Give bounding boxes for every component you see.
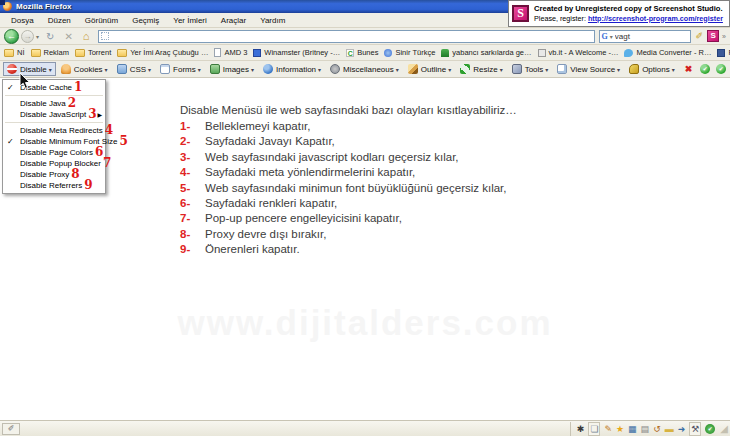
globe-icon — [384, 49, 392, 57]
dropdown-caret-icon: ▾ — [396, 66, 399, 73]
web-developer-toolbar: Disable ▾ Cookies ▾ CSS ▾ Forms ▾ Images… — [0, 61, 730, 78]
tools-icon[interactable]: ⚒ — [689, 422, 701, 436]
go-arrow-icon[interactable]: ➜ — [678, 423, 686, 435]
webdev-outline-button[interactable]: Outline ▾ — [404, 62, 455, 76]
bookmark-winamster[interactable]: Winamster (Britney -… — [253, 48, 340, 57]
menu-yardim[interactable]: Yardım — [253, 14, 292, 27]
webdev-view-source-button[interactable]: View Source ▾ — [553, 62, 624, 76]
bookmark-folder-ni[interactable]: Nİ — [4, 48, 25, 57]
bookmark-amd[interactable]: AMD 3 — [214, 48, 247, 57]
document-icon[interactable]: ❏ — [588, 422, 600, 436]
dropdown-caret-icon: ▾ — [500, 66, 503, 73]
address-bar[interactable] — [98, 30, 594, 43]
ok-check-icon[interactable]: ✔ — [705, 424, 715, 434]
search-box[interactable]: G ▾ — [599, 30, 691, 43]
banner-title: Created by Unregistered copy of Screensh… — [534, 4, 723, 14]
home-button[interactable]: ⌂ — [83, 30, 90, 42]
history-dropdown-icon[interactable]: ▾ — [36, 33, 39, 40]
dropdown-caret-icon: ▾ — [198, 66, 201, 73]
window-title: Mozilla Firefox — [16, 2, 72, 11]
disable-icon — [7, 64, 17, 74]
webdev-css-button[interactable]: CSS ▾ — [113, 62, 155, 76]
webdev-images-button[interactable]: Images ▾ — [206, 62, 258, 76]
resize-grip-icon[interactable]: ◢ — [720, 423, 728, 434]
menu-separator — [5, 95, 103, 96]
webdev-tools-button[interactable]: Tools ▾ — [508, 62, 553, 76]
menu-araclar[interactable]: Araçlar — [214, 14, 253, 27]
stop-button[interactable]: ✕ — [64, 31, 72, 42]
screenshot-studio-toolbar-icon[interactable]: S — [707, 30, 719, 42]
bookmark-facebook[interactable]: Facebook | — [717, 48, 730, 57]
star-icon[interactable]: ★ — [616, 423, 624, 435]
list-item: 8-Proxy devre dışı bırakır, — [180, 227, 517, 242]
menu-dosya[interactable]: Dosya — [4, 14, 41, 27]
menu-item-disable-meta-redirects[interactable]: Disable Meta Redirects4 — [3, 125, 105, 136]
bookmark-yabanci[interactable]: yabancı sarkılarda ge… — [441, 48, 531, 57]
save-icon[interactable]: ▦ — [628, 423, 637, 435]
bookmark-folder-toolbar[interactable]: Yer İmi Araç Çubuğu … — [117, 48, 208, 57]
quill-pen-icon[interactable]: ✐ — [696, 31, 704, 41]
statusbar-addon-icons: ✱ ❏ ✎ ★ ▦ ▤ ↺ ▬ ➜ ⚒ ✔ ◢ — [570, 422, 728, 436]
dropdown-caret-icon: ▾ — [49, 66, 52, 73]
bookmark-bunes[interactable]: CBunes — [346, 48, 378, 57]
bookmark-folder-reklam[interactable]: Reklam — [31, 48, 69, 57]
list-item: 4-Sayfadaki meta yönlendirmelerini kapat… — [180, 165, 517, 180]
page-icon — [214, 48, 221, 57]
menu-item-disable-javascript[interactable]: Disable JavaScript3▶ — [3, 109, 105, 120]
window-corner — [0, 0, 5, 5]
toolbar-overflow-icon[interactable]: » — [722, 33, 726, 40]
pencil-icon — [408, 64, 418, 74]
menu-item-disable-referrers[interactable]: Disable Referrers9 — [3, 180, 105, 191]
menu-duzen[interactable]: Düzen — [41, 14, 78, 27]
list-item: 3-Web sayfasındaki javascript kodları ge… — [180, 150, 517, 165]
address-input[interactable] — [112, 32, 591, 41]
annotation-number: 9 — [84, 178, 92, 192]
banner-register-link[interactable]: http://screenshot-program.com/register — [588, 14, 723, 23]
status-ok-icon[interactable]: ✔ — [716, 64, 726, 74]
view-source-icon — [557, 64, 567, 74]
printer-icon[interactable]: ▤ — [641, 423, 650, 435]
menu-yer-imleri[interactable]: Yer İmleri — [166, 14, 214, 27]
ink-splat-icon[interactable]: ✱ — [577, 423, 585, 435]
edit-pencil-icon[interactable]: ✎ — [604, 423, 612, 435]
forward-button[interactable]: → — [21, 30, 34, 43]
app-icon — [253, 49, 261, 57]
menu-item-disable-page-colors[interactable]: Disable Page Colors6 — [3, 147, 105, 158]
google-search-icon: G — [602, 32, 608, 41]
webdev-forms-button[interactable]: Forms ▾ — [156, 62, 205, 76]
menu-gorunum[interactable]: Görünüm — [78, 14, 125, 27]
menu-item-disable-minimum-font-size[interactable]: ✓Disable Minimum Font Size5 — [3, 136, 105, 147]
folder-icon — [117, 49, 127, 57]
back-button[interactable]: ← — [4, 29, 19, 44]
menu-item-disable-popup-blocker[interactable]: Disable Popup Blocker7 — [3, 158, 105, 169]
search-input[interactable] — [615, 32, 671, 41]
list-item: 5-Web sayfasındaki minimun font büyüklüğ… — [180, 181, 517, 196]
webdev-options-button[interactable]: Options ▾ — [625, 62, 679, 76]
dropdown-caret-icon: ▾ — [148, 66, 151, 73]
navigation-toolbar: ← → ▾ ↻ ✕ ⌂ G ▾ ✐ S » — [0, 28, 730, 45]
status-ok-icon[interactable]: ✔ — [700, 64, 710, 74]
undo-icon[interactable]: ↺ — [653, 423, 661, 435]
reload-button[interactable]: ↻ — [46, 31, 54, 42]
dropdown-caret-icon: ▾ — [105, 66, 108, 73]
disable-dropdown-menu: ✓Disable Cache1 Disable Java2 Disable Ja… — [2, 79, 106, 194]
webdev-resize-button[interactable]: Resize ▾ — [456, 62, 506, 76]
bookmark-media-converter[interactable]: Media Converter - R… — [624, 48, 711, 57]
bookmark-folder-torrent[interactable]: Torrent — [75, 48, 111, 57]
menu-gecmis[interactable]: Geçmiş — [125, 14, 166, 27]
note-icon[interactable]: ▬ — [665, 423, 674, 435]
c-logo-icon: C — [346, 49, 354, 57]
tree-icon — [441, 49, 449, 57]
toolbar-close-icon[interactable]: ✖ — [685, 64, 693, 74]
list-item: 7-Pop-up pencere engelleyicisini kapatır… — [180, 211, 517, 226]
statusbar-pen-icon[interactable]: ✐ — [2, 423, 20, 435]
annotation-number: 2 — [68, 96, 76, 110]
webdev-miscellaneous-button[interactable]: Miscellaneous ▾ — [326, 62, 403, 76]
check-icon: ✓ — [7, 136, 14, 147]
webdev-information-button[interactable]: Information ▾ — [259, 62, 325, 76]
webdev-cookies-button[interactable]: Cookies ▾ — [57, 62, 112, 76]
folder-icon — [75, 49, 85, 57]
search-engine-dropdown-icon[interactable]: ▾ — [610, 33, 613, 40]
bookmark-sinir-turkce[interactable]: Sinir Türkçe — [384, 48, 435, 57]
bookmark-welcome[interactable]: vb.it - A Welcome -… — [538, 48, 619, 57]
